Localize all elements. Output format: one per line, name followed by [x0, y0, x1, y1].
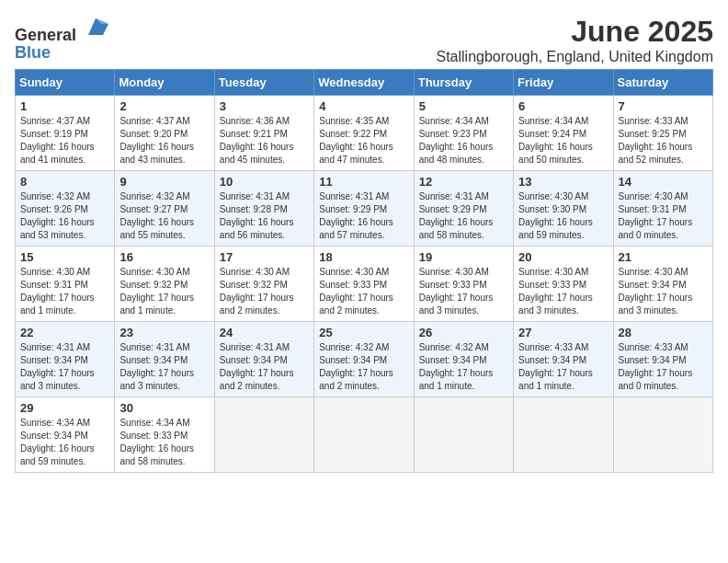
- calendar-day-cell: 26Sunrise: 4:32 AM Sunset: 9:34 PM Dayli…: [414, 322, 513, 397]
- day-of-week-header: Monday: [115, 70, 214, 96]
- calendar-day-cell: 17Sunrise: 4:30 AM Sunset: 9:32 PM Dayli…: [214, 247, 313, 322]
- calendar-day-cell: 4Sunrise: 4:35 AM Sunset: 9:22 PM Daylig…: [314, 96, 414, 171]
- calendar-day-cell: 23Sunrise: 4:31 AM Sunset: 9:34 PM Dayli…: [115, 322, 214, 397]
- calendar-day-cell: 14Sunrise: 4:30 AM Sunset: 9:31 PM Dayli…: [613, 171, 712, 247]
- title-area: June 2025 Stallingborough, England, Unit…: [436, 15, 713, 65]
- day-number: 5: [419, 99, 508, 113]
- location-title: Stallingborough, England, United Kingdom: [436, 49, 713, 65]
- day-info: Sunrise: 4:33 AM Sunset: 9:25 PM Dayligh…: [619, 115, 708, 167]
- day-info: Sunrise: 4:30 AM Sunset: 9:32 PM Dayligh…: [119, 266, 209, 317]
- day-number: 22: [20, 326, 109, 339]
- day-info: Sunrise: 4:34 AM Sunset: 9:34 PM Dayligh…: [20, 417, 109, 468]
- day-of-week-header: Saturday: [613, 70, 712, 96]
- day-info: Sunrise: 4:31 AM Sunset: 9:34 PM Dayligh…: [119, 341, 209, 393]
- day-number: 28: [619, 326, 708, 339]
- calendar-day-cell: 19Sunrise: 4:30 AM Sunset: 9:33 PM Dayli…: [414, 247, 513, 322]
- logo-icon: [83, 15, 108, 40]
- day-info: Sunrise: 4:31 AM Sunset: 9:29 PM Dayligh…: [319, 190, 408, 242]
- calendar-day-cell: 15Sunrise: 4:30 AM Sunset: 9:31 PM Dayli…: [16, 247, 115, 322]
- day-number: 14: [619, 175, 708, 189]
- day-of-week-header: Wednesday: [314, 70, 414, 96]
- day-number: 1: [20, 99, 109, 113]
- calendar-day-cell: 3Sunrise: 4:36 AM Sunset: 9:21 PM Daylig…: [214, 96, 313, 171]
- calendar-day-cell: 21Sunrise: 4:30 AM Sunset: 9:34 PM Dayli…: [613, 247, 712, 322]
- calendar-day-cell: 13Sunrise: 4:30 AM Sunset: 9:30 PM Dayli…: [514, 171, 613, 247]
- calendar-day-cell: 8Sunrise: 4:32 AM Sunset: 9:26 PM Daylig…: [16, 171, 115, 247]
- day-number: 15: [20, 250, 109, 264]
- day-number: 13: [518, 175, 608, 189]
- calendar-week-row: 1Sunrise: 4:37 AM Sunset: 9:19 PM Daylig…: [16, 96, 713, 171]
- logo: General Blue: [15, 15, 108, 62]
- logo-text-general: General: [15, 26, 76, 44]
- calendar-day-cell: 25Sunrise: 4:32 AM Sunset: 9:34 PM Dayli…: [314, 322, 414, 397]
- day-of-week-header: Friday: [514, 70, 613, 96]
- day-number: 23: [119, 326, 209, 339]
- calendar-day-cell: 12Sunrise: 4:31 AM Sunset: 9:29 PM Dayli…: [414, 171, 513, 247]
- logo-text-blue: Blue: [15, 43, 51, 62]
- calendar-header-row: SundayMondayTuesdayWednesdayThursdayFrid…: [16, 70, 713, 96]
- calendar-day-cell: 30Sunrise: 4:34 AM Sunset: 9:33 PM Dayli…: [115, 397, 214, 473]
- day-info: Sunrise: 4:36 AM Sunset: 9:21 PM Dayligh…: [220, 115, 309, 167]
- calendar-day-cell: 2Sunrise: 4:37 AM Sunset: 9:20 PM Daylig…: [115, 96, 214, 171]
- day-info: Sunrise: 4:30 AM Sunset: 9:31 PM Dayligh…: [20, 266, 109, 317]
- day-number: 29: [20, 401, 109, 415]
- calendar-day-cell: 7Sunrise: 4:33 AM Sunset: 9:25 PM Daylig…: [613, 96, 712, 171]
- calendar-day-cell: 22Sunrise: 4:31 AM Sunset: 9:34 PM Dayli…: [16, 322, 115, 397]
- day-number: 18: [319, 250, 408, 264]
- day-info: Sunrise: 4:32 AM Sunset: 9:27 PM Dayligh…: [119, 190, 209, 242]
- day-number: 16: [119, 250, 209, 264]
- day-of-week-header: Tuesday: [214, 70, 313, 96]
- day-info: Sunrise: 4:30 AM Sunset: 9:31 PM Dayligh…: [619, 190, 708, 242]
- day-number: 21: [619, 250, 708, 264]
- day-info: Sunrise: 4:31 AM Sunset: 9:34 PM Dayligh…: [220, 341, 309, 393]
- calendar: SundayMondayTuesdayWednesdayThursdayFrid…: [15, 69, 713, 473]
- day-info: Sunrise: 4:31 AM Sunset: 9:28 PM Dayligh…: [220, 190, 309, 242]
- calendar-day-cell: 10Sunrise: 4:31 AM Sunset: 9:28 PM Dayli…: [214, 171, 313, 247]
- day-of-week-header: Sunday: [16, 70, 115, 96]
- day-number: 25: [319, 326, 408, 339]
- day-info: Sunrise: 4:30 AM Sunset: 9:32 PM Dayligh…: [220, 266, 309, 317]
- day-number: 12: [419, 175, 508, 189]
- day-number: 2: [119, 99, 209, 113]
- day-number: 19: [419, 250, 508, 264]
- calendar-day-cell: [514, 397, 613, 473]
- day-info: Sunrise: 4:34 AM Sunset: 9:23 PM Dayligh…: [419, 115, 508, 167]
- day-of-week-header: Thursday: [414, 70, 513, 96]
- day-info: Sunrise: 4:30 AM Sunset: 9:33 PM Dayligh…: [419, 266, 508, 317]
- month-title: June 2025: [436, 15, 713, 49]
- day-info: Sunrise: 4:30 AM Sunset: 9:33 PM Dayligh…: [319, 266, 408, 317]
- day-number: 30: [119, 401, 209, 415]
- day-info: Sunrise: 4:31 AM Sunset: 9:34 PM Dayligh…: [20, 341, 109, 393]
- calendar-week-row: 22Sunrise: 4:31 AM Sunset: 9:34 PM Dayli…: [16, 322, 713, 397]
- day-info: Sunrise: 4:34 AM Sunset: 9:33 PM Dayligh…: [119, 417, 209, 468]
- day-number: 10: [220, 175, 309, 189]
- calendar-week-row: 29Sunrise: 4:34 AM Sunset: 9:34 PM Dayli…: [16, 397, 713, 473]
- day-number: 27: [518, 326, 608, 339]
- day-number: 26: [419, 326, 508, 339]
- page-header: General Blue June 2025 Stallingborough, …: [15, 15, 713, 65]
- day-info: Sunrise: 4:30 AM Sunset: 9:34 PM Dayligh…: [619, 266, 708, 317]
- day-number: 20: [518, 250, 608, 264]
- calendar-day-cell: 1Sunrise: 4:37 AM Sunset: 9:19 PM Daylig…: [16, 96, 115, 171]
- day-number: 24: [220, 326, 309, 339]
- day-info: Sunrise: 4:37 AM Sunset: 9:19 PM Dayligh…: [20, 115, 109, 167]
- day-info: Sunrise: 4:33 AM Sunset: 9:34 PM Dayligh…: [619, 341, 708, 393]
- calendar-day-cell: 24Sunrise: 4:31 AM Sunset: 9:34 PM Dayli…: [214, 322, 313, 397]
- calendar-day-cell: [314, 397, 414, 473]
- calendar-day-cell: 27Sunrise: 4:33 AM Sunset: 9:34 PM Dayli…: [514, 322, 613, 397]
- day-number: 4: [319, 99, 408, 113]
- calendar-day-cell: [214, 397, 313, 473]
- day-number: 3: [220, 99, 309, 113]
- day-info: Sunrise: 4:35 AM Sunset: 9:22 PM Dayligh…: [319, 115, 408, 167]
- calendar-day-cell: 6Sunrise: 4:34 AM Sunset: 9:24 PM Daylig…: [514, 96, 613, 171]
- calendar-day-cell: 18Sunrise: 4:30 AM Sunset: 9:33 PM Dayli…: [314, 247, 414, 322]
- day-info: Sunrise: 4:32 AM Sunset: 9:26 PM Dayligh…: [20, 190, 109, 242]
- day-number: 6: [518, 99, 608, 113]
- calendar-day-cell: 20Sunrise: 4:30 AM Sunset: 9:33 PM Dayli…: [514, 247, 613, 322]
- calendar-day-cell: 16Sunrise: 4:30 AM Sunset: 9:32 PM Dayli…: [115, 247, 214, 322]
- calendar-day-cell: 29Sunrise: 4:34 AM Sunset: 9:34 PM Dayli…: [16, 397, 115, 473]
- calendar-week-row: 8Sunrise: 4:32 AM Sunset: 9:26 PM Daylig…: [16, 171, 713, 247]
- calendar-week-row: 15Sunrise: 4:30 AM Sunset: 9:31 PM Dayli…: [16, 247, 713, 322]
- day-info: Sunrise: 4:32 AM Sunset: 9:34 PM Dayligh…: [319, 341, 408, 393]
- calendar-day-cell: [613, 397, 712, 473]
